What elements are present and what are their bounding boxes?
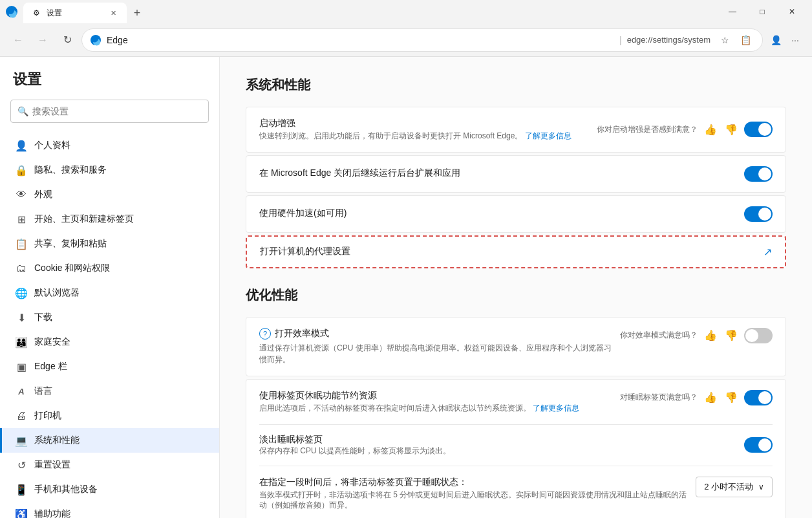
minimize-button[interactable]: —	[718, 0, 747, 23]
background-run-toggle[interactable]	[744, 166, 773, 182]
address-icons: ☆ 📋	[716, 31, 754, 49]
forward-button[interactable]: →	[32, 30, 53, 50]
sidebar-item-downloads[interactable]: ⬇ 下载	[0, 305, 219, 330]
sleep-tabs-toggle[interactable]	[744, 390, 773, 405]
default-browser-nav-icon: 🌐	[15, 286, 28, 299]
sidebar-item-profile[interactable]: 👤 个人资料	[0, 133, 219, 158]
background-run-title: 在 Microsoft Edge 关闭后继续运行后台扩展和应用	[259, 167, 736, 179]
background-run-card: 在 Microsoft Edge 关闭后继续运行后台扩展和应用	[246, 155, 786, 193]
fade-sleep-row: 淡出睡眠标签页 保存内存和 CPU 以提高性能时，标签页将显示为淡出。	[246, 425, 785, 466]
sidebar-item-accessibility[interactable]: ♿ 辅助功能	[0, 502, 219, 518]
efficiency-mode-row: ? 打开效率模式 通过保存计算机资源（CPU 使用率）帮助提高电源使用率。权益可…	[246, 318, 785, 376]
startup-boost-card: 启动增强 快速转到浏览。启用此功能后，有助于启动设备时更快打开 Microsof…	[246, 107, 786, 153]
sidebar-item-label: 默认浏览器	[34, 287, 80, 299]
sidebar-item-system[interactable]: 💻 系统和性能	[0, 428, 219, 453]
startup-boost-link[interactable]: 了解更多信息	[525, 131, 572, 140]
thumbdown-button[interactable]: 👎	[723, 122, 739, 137]
efficiency-mode-card: ? 打开效率模式 通过保存计算机资源（CPU 使用率）帮助提高电源使用率。权益可…	[246, 317, 786, 376]
start-nav-icon: ⊞	[15, 213, 28, 226]
sidebar-item-label: 打印机	[34, 410, 61, 422]
sleep-tabs-title: 使用标签页休眠功能节约资源	[259, 390, 612, 402]
accessibility-nav-icon: ♿	[15, 508, 28, 518]
sidebar-item-edgebar[interactable]: ▣ Edge 栏	[0, 354, 219, 379]
sleep-timer-title: 在指定一段时间后，将非活动标签页置于睡眠状态：	[259, 477, 688, 488]
sidebar-item-label: 手机和其他设备	[34, 484, 98, 495]
sidebar-item-label: 外观	[34, 189, 52, 200]
fade-sleep-toggle[interactable]	[744, 437, 773, 453]
close-button[interactable]: ✕	[777, 0, 807, 23]
title-bar: ⚙ 设置 ✕ + — □ ✕	[0, 0, 812, 23]
hardware-accel-toggle[interactable]	[744, 206, 773, 222]
appearance-nav-icon: 👁	[15, 188, 28, 201]
sidebar-item-privacy[interactable]: 🔒 隐私、搜索和服务	[0, 158, 219, 182]
sidebar-item-share[interactable]: 📋 共享、复制和粘贴	[0, 232, 219, 256]
collections-icon[interactable]: 📋	[736, 31, 754, 49]
language-nav-icon: A	[15, 385, 28, 398]
new-tab-button[interactable]: +	[127, 3, 147, 23]
sidebar-item-start[interactable]: ⊞ 开始、主页和新建标签页	[0, 207, 219, 232]
window-controls: — □ ✕	[718, 0, 807, 23]
profile-nav-icon: 👤	[15, 139, 28, 152]
thumbup-button[interactable]: 👍	[703, 122, 718, 137]
sidebar-item-family[interactable]: 👨‍👩‍👦 家庭安全	[0, 330, 219, 354]
profile-icon[interactable]: 👤	[767, 31, 785, 49]
sidebar-title: 设置	[0, 70, 219, 100]
sidebar-item-language[interactable]: A 语言	[0, 379, 219, 404]
edge-logo-icon	[5, 5, 18, 18]
sidebar-item-reset[interactable]: ↺ 重置设置	[0, 453, 219, 477]
sidebar-item-label: 语言	[34, 385, 52, 397]
section1-title: 系统和性能	[246, 76, 786, 94]
favorites-icon[interactable]: ☆	[716, 31, 734, 49]
sleep-tabs-thumbup-button[interactable]: 👍	[703, 390, 718, 405]
settings-tab[interactable]: ⚙ 设置 ✕	[23, 3, 127, 23]
back-button[interactable]: ←	[8, 30, 28, 50]
address-bar[interactable]: Edge | edge://settings/system ☆ 📋	[81, 28, 763, 52]
sidebar-item-label: 个人资料	[34, 140, 70, 151]
search-input[interactable]	[32, 106, 202, 116]
startup-boost-content: 启动增强 快速转到浏览。启用此功能后，有助于启动设备时更快打开 Microsof…	[259, 118, 589, 142]
tab-close-button[interactable]: ✕	[107, 7, 119, 19]
settings-more-icon[interactable]: ···	[786, 31, 804, 49]
tab-bar: ⚙ 设置 ✕ +	[23, 0, 712, 23]
proxy-row: 打开计算机的代理设置 ↗	[247, 237, 785, 267]
sidebar-item-label: 辅助功能	[34, 508, 70, 518]
fade-sleep-desc: 保存内存和 CPU 以提高性能时，标签页将显示为淡出。	[259, 446, 744, 457]
sleep-tabs-card: 使用标签页休眠功能节约资源 启用此选项后，不活动的标签页将在指定时间后进入休眠状…	[246, 379, 786, 518]
hardware-accel-actions	[744, 206, 773, 222]
dropdown-arrow-icon: ∨	[758, 482, 764, 491]
browser-frame: ⚙ 设置 ✕ + — □ ✕ ← → ↻ Edge | edge://setti…	[0, 0, 812, 518]
sidebar-item-label: Cookie 和网站权限	[34, 263, 110, 274]
sidebar-item-appearance[interactable]: 👁 外观	[0, 182, 219, 207]
efficiency-thumbdown-button[interactable]: 👎	[723, 328, 739, 343]
sidebar-item-cookies[interactable]: 🗂 Cookie 和网站权限	[0, 256, 219, 281]
maximize-button[interactable]: □	[747, 0, 777, 23]
search-icon: 🔍	[17, 106, 28, 116]
sidebar-item-label: 开始、主页和新建标签页	[34, 213, 134, 225]
hardware-accel-row: 使用硬件加速(如可用)	[246, 196, 785, 232]
share-nav-icon: 📋	[15, 237, 28, 250]
sidebar-item-label: 共享、复制和粘贴	[34, 238, 107, 250]
efficiency-thumbup-button[interactable]: 👍	[703, 328, 718, 343]
sleep-tabs-desc: 启用此选项后，不活动的标签页将在指定时间后进入休眠状态以节约系统资源。 了解更多…	[259, 403, 612, 414]
external-link-icon[interactable]: ↗	[764, 246, 772, 258]
sleep-timer-dropdown[interactable]: 2 小时不活动 ∨	[696, 477, 773, 497]
print-nav-icon: 🖨	[15, 409, 28, 422]
main-area: 设置 🔍 👤 个人资料 🔒 隐私、搜索和服务 👁 外观 ⊞ 开始、主页和新建标签…	[0, 57, 812, 518]
sidebar-item-label: 家庭安全	[34, 336, 70, 348]
address-url: edge://settings/system	[627, 35, 710, 45]
sleep-tabs-thumbdown-button[interactable]: 👎	[723, 390, 739, 405]
efficiency-mode-desc: 通过保存计算机资源（CPU 使用率）帮助提高电源使用率。权益可能因设备、应用程序…	[259, 342, 612, 365]
sidebar-item-label: 重置设置	[34, 459, 70, 471]
search-box[interactable]: 🔍	[10, 100, 209, 123]
efficiency-mode-toggle[interactable]	[744, 328, 773, 343]
startup-boost-toggle[interactable]	[744, 122, 773, 137]
tab-favicon-icon: ⚙	[31, 8, 41, 18]
sidebar-item-default-browser[interactable]: 🌐 默认浏览器	[0, 281, 219, 305]
background-run-content: 在 Microsoft Edge 关闭后继续运行后台扩展和应用	[259, 167, 736, 180]
sidebar-item-mobile[interactable]: 📱 手机和其他设备	[0, 477, 219, 502]
sleep-tabs-link[interactable]: 了解更多信息	[533, 404, 579, 413]
startup-boost-rating: 你对启动增强是否感到满意？	[597, 124, 698, 135]
refresh-button[interactable]: ↻	[57, 30, 78, 50]
hardware-accel-title: 使用硬件加速(如可用)	[259, 208, 736, 219]
sidebar-item-print[interactable]: 🖨 打印机	[0, 404, 219, 428]
